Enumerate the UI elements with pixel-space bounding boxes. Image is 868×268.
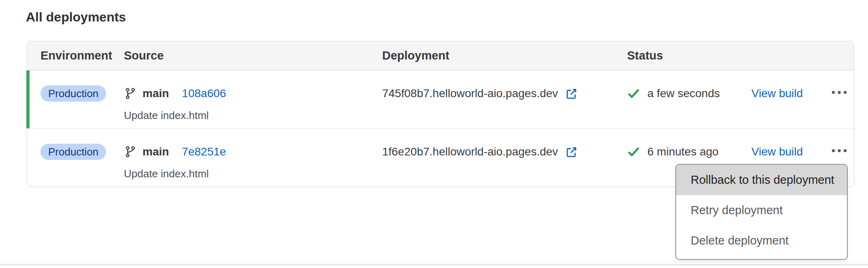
status-time: a few seconds: [647, 87, 720, 100]
commit-message: Update index.html: [124, 168, 382, 180]
environment-badge: Production: [40, 144, 106, 160]
branch-name: main: [143, 145, 169, 158]
deployment-url: 745f08b7.helloworld-aio.pages.dev: [382, 87, 558, 100]
git-branch-icon: [124, 145, 137, 158]
row-actions-cell: •••: [827, 70, 854, 102]
column-header-status: Status: [627, 49, 751, 62]
column-header-source: Source: [124, 49, 382, 62]
column-header-environment: Environment: [40, 49, 124, 62]
page-title: All deployments: [26, 10, 126, 25]
ellipsis-icon: •••: [832, 86, 849, 98]
view-build-cell: View build: [751, 129, 827, 160]
commit-hash-link[interactable]: 7e8251e: [182, 145, 226, 158]
success-check-icon: [627, 88, 640, 99]
environment-cell: Production: [40, 129, 124, 160]
more-actions-button[interactable]: •••: [832, 87, 849, 100]
menu-item-rollback[interactable]: Rollback to this deployment: [676, 165, 847, 195]
source-cell: main 108a606 Update index.html: [124, 70, 382, 122]
row-actions-cell: •••: [827, 129, 854, 160]
status-cell: a few seconds: [627, 70, 751, 102]
table-header-row: Environment Source Deployment Status: [27, 41, 854, 70]
commit-hash-link[interactable]: 108a606: [182, 87, 226, 100]
deployment-url: 1f6e20b7.helloworld-aio.pages.dev: [382, 145, 558, 158]
bottom-divider: [0, 264, 868, 265]
source-cell: main 7e8251e Update index.html: [124, 129, 382, 180]
ellipsis-icon: •••: [832, 145, 849, 157]
success-check-icon: [627, 147, 640, 157]
active-deployment-bar: [26, 70, 30, 128]
view-build-link[interactable]: View build: [751, 145, 803, 158]
status-time: 6 minutes ago: [647, 145, 719, 158]
external-link-icon[interactable]: [565, 146, 578, 158]
table-row: Production main 108a606 Update index.htm…: [27, 70, 854, 128]
menu-item-delete[interactable]: Delete deployment: [676, 225, 847, 256]
git-branch-icon: [124, 87, 137, 100]
view-build-cell: View build: [751, 70, 827, 102]
commit-message: Update index.html: [124, 109, 382, 122]
environment-badge: Production: [40, 85, 106, 102]
view-build-link[interactable]: View build: [751, 87, 803, 100]
environment-cell: Production: [40, 70, 124, 102]
branch-name: main: [143, 87, 169, 100]
deployment-actions-menu: Rollback to this deployment Retry deploy…: [675, 164, 848, 260]
deployment-cell: 1f6e20b7.helloworld-aio.pages.dev: [382, 129, 627, 160]
external-link-icon[interactable]: [565, 87, 578, 100]
status-cell: 6 minutes ago: [627, 129, 751, 160]
menu-item-retry[interactable]: Retry deployment: [676, 195, 847, 225]
column-header-deployment: Deployment: [382, 49, 627, 62]
deployment-cell: 745f08b7.helloworld-aio.pages.dev: [382, 70, 627, 102]
more-actions-button[interactable]: •••: [832, 145, 849, 159]
